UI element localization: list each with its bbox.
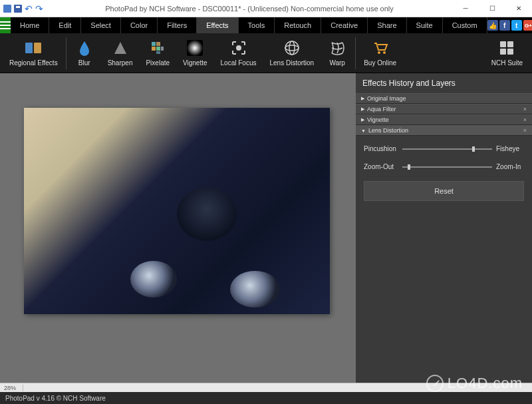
googleplus-icon[interactable]: G+ <box>523 20 532 31</box>
menu-retouch[interactable]: Retouch <box>275 17 321 33</box>
statusbar-lower: PhotoPad v 4.16 © NCH Software <box>0 392 532 404</box>
svg-rect-20 <box>507 41 513 47</box>
vignette-button[interactable]: Vignette <box>176 37 214 69</box>
menu-custom[interactable]: Custom <box>443 17 487 33</box>
tool-label: NCH Suite <box>491 59 523 67</box>
tool-label: Buy Online <box>364 59 396 67</box>
menu-filters[interactable]: Filters <box>158 17 197 33</box>
menu-select[interactable]: Select <box>81 17 121 33</box>
tool-label: Vignette <box>183 59 207 67</box>
layer-lens-distortion[interactable]: ▼Lens Distortion× <box>356 125 532 136</box>
layer-vignette[interactable]: ▶Vignette× <box>356 114 532 125</box>
canvas-area[interactable] <box>0 73 356 383</box>
svg-marker-5 <box>114 42 126 54</box>
redo-icon[interactable]: ↷ <box>35 4 44 13</box>
regional-effects-button[interactable]: Regional Effects <box>3 37 65 69</box>
sharpen-button[interactable]: Sharpen <box>101 37 140 69</box>
save-icon[interactable] <box>13 4 23 13</box>
svg-rect-21 <box>500 49 506 55</box>
menu-creative[interactable]: Creative <box>321 17 368 33</box>
warp-icon <box>329 39 346 57</box>
svg-rect-10 <box>161 47 164 51</box>
tool-label: Lens Distortion <box>269 59 314 67</box>
svg-rect-11 <box>156 51 160 54</box>
lens-distortion-button[interactable]: Lens Distortion <box>263 37 321 69</box>
menubar: Home Edit Select Color Filters Effects T… <box>0 17 532 33</box>
local-focus-icon <box>230 39 247 57</box>
nch-suite-button[interactable]: NCH Suite <box>485 37 529 69</box>
main-area: Effects History and Layers ▶Original Ima… <box>0 73 532 383</box>
warp-button[interactable]: Warp <box>321 37 354 69</box>
svg-rect-3 <box>25 43 33 53</box>
buy-online-button[interactable]: Buy Online <box>357 37 403 69</box>
menu-share[interactable]: Share <box>368 17 406 33</box>
svg-point-17 <box>378 51 380 54</box>
menu-tools[interactable]: Tools <box>239 17 275 33</box>
svg-rect-0 <box>3 5 11 13</box>
close-button[interactable]: ✕ <box>505 0 532 17</box>
tool-label: Blur <box>78 59 90 67</box>
svg-point-15 <box>285 45 299 51</box>
slider-label-left: Zoom-Out <box>364 163 398 170</box>
tool-label: Local Focus <box>221 59 257 67</box>
pixelate-icon <box>149 39 166 57</box>
menu-suite[interactable]: Suite <box>407 17 443 33</box>
reset-button[interactable]: Reset <box>364 181 524 201</box>
pixelate-button[interactable]: Pixelate <box>139 37 176 69</box>
svg-point-18 <box>383 51 386 54</box>
app-icon <box>3 4 12 13</box>
zoom-level: 28% <box>4 385 16 391</box>
close-icon[interactable]: × <box>523 106 527 112</box>
menu-effects[interactable]: Effects <box>197 17 238 33</box>
nch-suite-icon <box>498 39 515 57</box>
svg-rect-2 <box>16 6 20 8</box>
svg-rect-22 <box>507 49 513 55</box>
layer-original-image[interactable]: ▶Original Image <box>356 93 532 104</box>
vignette-icon <box>186 39 203 57</box>
svg-rect-9 <box>156 47 160 51</box>
facebook-icon[interactable]: f <box>499 20 510 31</box>
version-text: PhotoPad v 4.16 © NCH Software <box>5 395 106 402</box>
zoom-slider-row: Zoom-Out Zoom-In <box>364 163 524 170</box>
window-title: PhotoPad by NCH Software - DSC00011* - (… <box>47 5 452 13</box>
svg-rect-4 <box>34 43 41 53</box>
window-titlebar: ↶ ↷ PhotoPad by NCH Software - DSC00011*… <box>0 0 532 17</box>
distortion-slider-row: Pincushion Fisheye <box>364 145 524 152</box>
svg-rect-8 <box>152 47 156 51</box>
svg-point-16 <box>289 41 295 55</box>
minimize-button[interactable]: ─ <box>452 0 479 17</box>
panel-controls: Pincushion Fisheye Zoom-Out Zoom-In Rese… <box>356 136 532 210</box>
slider-label-left: Pincushion <box>364 145 398 152</box>
local-focus-button[interactable]: Local Focus <box>214 37 263 69</box>
cart-icon <box>372 39 389 57</box>
tool-label: Pixelate <box>146 59 170 67</box>
social-icons: 👍 f t G+ in ? <box>487 17 532 33</box>
twitter-icon[interactable]: t <box>511 20 522 31</box>
statusbar-upper: 28% <box>0 383 532 392</box>
canvas-image[interactable] <box>24 108 330 314</box>
svg-point-14 <box>285 41 299 55</box>
close-icon[interactable]: × <box>523 116 527 123</box>
menu-edit[interactable]: Edit <box>49 17 81 33</box>
svg-rect-7 <box>156 42 160 46</box>
distortion-slider[interactable] <box>402 148 492 150</box>
window-controls: ─ ☐ ✕ <box>452 0 532 17</box>
menu-home[interactable]: Home <box>11 17 49 33</box>
maximize-button[interactable]: ☐ <box>479 0 505 17</box>
svg-rect-19 <box>500 41 506 47</box>
blur-button[interactable]: Blur <box>68 37 101 69</box>
svg-rect-6 <box>152 42 156 46</box>
svg-point-13 <box>237 46 241 50</box>
zoom-slider[interactable] <box>402 166 492 168</box>
app-menu-button[interactable] <box>0 17 11 33</box>
quick-access-toolbar: ↶ ↷ <box>0 4 47 13</box>
panel-title: Effects History and Layers <box>356 73 532 93</box>
undo-icon[interactable]: ↶ <box>24 4 33 13</box>
close-icon[interactable]: × <box>523 127 527 134</box>
like-icon[interactable]: 👍 <box>487 20 498 31</box>
menu-color[interactable]: Color <box>121 17 158 33</box>
layer-aqua-filter[interactable]: ▶Aqua Filter× <box>356 104 532 114</box>
slider-label-right: Zoom-In <box>496 163 524 170</box>
sharpen-icon <box>112 39 129 57</box>
svg-rect-1 <box>14 5 22 13</box>
